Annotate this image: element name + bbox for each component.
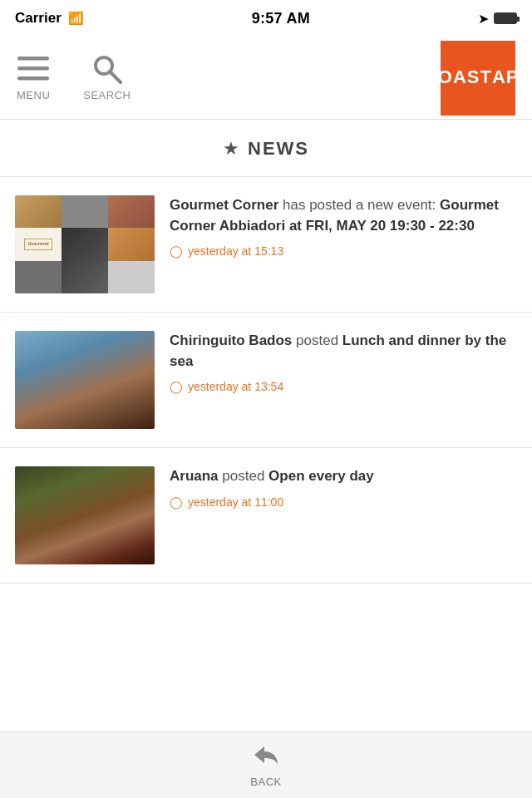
menu-icon xyxy=(17,54,49,84)
svg-rect-1 xyxy=(17,66,49,71)
clock-icon-3: ◯ xyxy=(170,495,183,509)
status-bar: Carrier 📶 9:57 AM ➤ xyxy=(0,0,532,37)
news-heading: ★ NEWS xyxy=(0,120,532,177)
search-icon xyxy=(91,54,123,84)
news-text-3: Aruana posted Open every day xyxy=(170,466,517,487)
header-left: MENU SEARCH xyxy=(17,54,131,101)
news-title: NEWS xyxy=(248,138,309,160)
time-text-2: yesterday at 13:54 xyxy=(188,380,283,393)
news-time-3: ◯ yesterday at 11:00 xyxy=(170,495,517,509)
publisher-3: Aruana xyxy=(170,468,219,484)
event-title-3: Open every day xyxy=(268,468,374,484)
search-label: SEARCH xyxy=(83,89,131,101)
news-thumb-1: Gourmet xyxy=(15,195,155,293)
news-time-2: ◯ yesterday at 13:54 xyxy=(170,380,517,393)
publisher-1: Gourmet Corner xyxy=(170,197,278,213)
clock-icon-2: ◯ xyxy=(170,380,183,393)
news-feed: Gourmet Gourmet Corner has posted a new … xyxy=(0,177,532,735)
back-label: BACK xyxy=(250,776,281,788)
news-thumb-3 xyxy=(15,466,155,564)
battery-icon xyxy=(494,12,517,24)
news-content-1: Gourmet Corner has posted a new event: G… xyxy=(170,195,517,258)
news-thumb-2 xyxy=(15,331,155,429)
time-text-1: yesterday at 15:13 xyxy=(188,244,283,258)
status-time: 9:57 AM xyxy=(252,10,310,27)
news-text-2: Chiringuito Bados posted Lunch and dinne… xyxy=(170,331,517,372)
search-button[interactable]: SEARCH xyxy=(83,54,131,101)
status-right: ➤ xyxy=(478,11,517,27)
time-text-3: yesterday at 11:00 xyxy=(188,495,283,509)
clock-icon-1: ◯ xyxy=(170,244,183,258)
svg-line-4 xyxy=(110,71,121,82)
news-text-1: Gourmet Corner has posted a new event: G… xyxy=(170,195,517,236)
back-button[interactable]: BACK xyxy=(0,732,532,798)
news-item-2[interactable]: Chiringuito Bados posted Lunch and dinne… xyxy=(0,313,532,448)
news-time-1: ◯ yesterday at 15:13 xyxy=(170,244,517,258)
news-item-1[interactable]: Gourmet Gourmet Corner has posted a new … xyxy=(0,177,532,313)
star-icon: ★ xyxy=(223,138,239,160)
status-left: Carrier 📶 xyxy=(15,10,84,27)
news-content-3: Aruana posted Open every day ◯ yesterday… xyxy=(170,466,517,509)
location-icon: ➤ xyxy=(478,11,489,27)
news-content-2: Chiringuito Bados posted Lunch and dinne… xyxy=(170,331,517,393)
carrier-text: Carrier xyxy=(15,10,62,27)
news-item-3[interactable]: Aruana posted Open every day ◯ yesterday… xyxy=(0,448,532,584)
back-icon xyxy=(251,743,281,772)
svg-rect-0 xyxy=(17,57,49,61)
menu-label: MENU xyxy=(17,89,50,101)
publisher-2: Chiringuito Bados xyxy=(170,332,292,348)
svg-rect-2 xyxy=(17,76,49,81)
coast-app-logo: COASTAPP xyxy=(441,41,515,116)
wifi-icon: 📶 xyxy=(68,11,84,26)
menu-button[interactable]: MENU xyxy=(17,54,50,101)
header: MENU SEARCH COASTAPP xyxy=(0,37,532,120)
